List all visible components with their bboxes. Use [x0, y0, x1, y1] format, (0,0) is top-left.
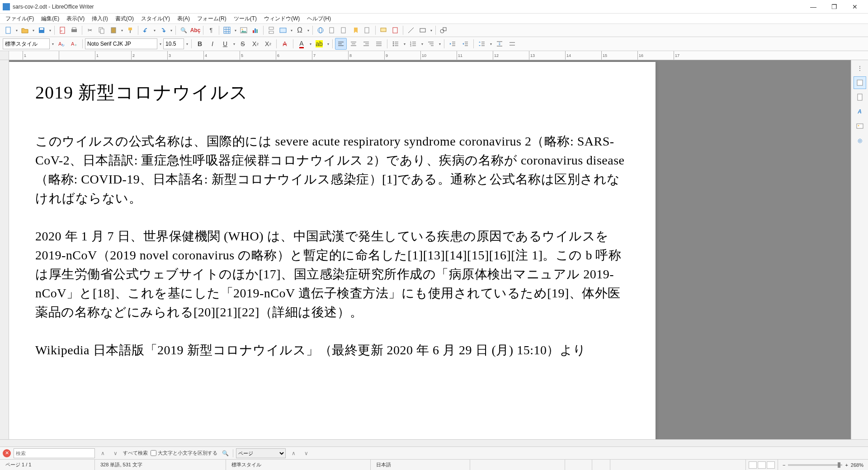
superscript-button[interactable]: X2: [250, 38, 261, 50]
horizontal-scrollbar[interactable]: [0, 439, 868, 446]
insert-table-icon[interactable]: [222, 25, 232, 36]
menu-form[interactable]: フォーム(R): [193, 14, 230, 24]
sidebar-navigator-icon[interactable]: ◎: [854, 134, 866, 147]
cut-icon[interactable]: ✂: [85, 25, 95, 36]
close-button[interactable]: ✕: [844, 0, 865, 14]
insert-footnote-icon[interactable]: [327, 25, 338, 36]
bullet-list-button[interactable]: [390, 38, 401, 50]
align-center-button[interactable]: [348, 38, 359, 50]
insert-line-icon[interactable]: [406, 25, 416, 36]
status-signature[interactable]: [592, 460, 610, 470]
spellcheck-icon[interactable]: Abç: [190, 25, 201, 36]
status-selection-mode[interactable]: [565, 460, 592, 470]
insert-comment-icon[interactable]: [378, 25, 389, 36]
align-right-button[interactable]: [360, 38, 372, 50]
copy-icon[interactable]: [96, 25, 107, 36]
insert-bookmark-icon[interactable]: [350, 25, 361, 36]
zoom-in-icon[interactable]: +: [845, 462, 848, 468]
print-icon[interactable]: [69, 25, 80, 36]
find-input[interactable]: [14, 448, 95, 458]
new-style-icon[interactable]: A+: [68, 38, 80, 50]
document-area[interactable]: 2019 新型コロナウイルス このウイルスの公式名称は、国際的には severe…: [9, 60, 851, 439]
sidebar-gallery-icon[interactable]: [854, 120, 866, 132]
outline-button[interactable]: [425, 38, 437, 50]
redo-icon[interactable]: [157, 25, 168, 36]
menu-tools[interactable]: ツール(T): [230, 14, 260, 24]
find-replace-icon[interactable]: 🔍: [178, 25, 189, 36]
single-page-view-icon[interactable]: [749, 461, 757, 469]
status-page[interactable]: ページ 1 / 1: [0, 460, 95, 470]
font-name-combo[interactable]: [85, 38, 157, 49]
horizontal-ruler[interactable]: 11234567891011121314151617: [0, 51, 868, 60]
menu-window[interactable]: ウィンドウ(W): [260, 14, 303, 24]
zoom-value[interactable]: 268%: [851, 462, 863, 468]
insert-hyperlink-icon[interactable]: [315, 25, 326, 36]
save-icon[interactable]: [36, 25, 47, 36]
line-spacing-button[interactable]: [476, 38, 488, 50]
paste-icon[interactable]: [108, 25, 119, 36]
insert-endnote-icon[interactable]: [339, 25, 349, 36]
paragraph-style-combo[interactable]: [3, 38, 50, 49]
nav-prev-icon[interactable]: ∧: [288, 448, 298, 458]
zoom-out-icon[interactable]: −: [783, 462, 785, 468]
status-language[interactable]: 日本語: [371, 460, 470, 470]
strikethrough-button[interactable]: S: [237, 38, 249, 50]
open-icon[interactable]: [19, 25, 30, 36]
sidebar-properties-icon[interactable]: [854, 76, 866, 89]
find-options-icon[interactable]: 🔍: [220, 448, 230, 458]
nav-next-icon[interactable]: ∨: [301, 448, 311, 458]
decrease-para-spacing-button[interactable]: [506, 38, 518, 50]
multi-page-view-icon[interactable]: [758, 461, 766, 469]
font-color-button[interactable]: A: [296, 38, 307, 50]
export-pdf-icon[interactable]: P: [57, 25, 68, 36]
find-next-icon[interactable]: ∨: [110, 448, 120, 458]
find-prev-icon[interactable]: ∧: [98, 448, 108, 458]
match-case-checkbox[interactable]: 大文字と小文字を区別する: [151, 450, 217, 456]
insert-special-char-icon[interactable]: Ω: [294, 25, 305, 36]
status-page-style[interactable]: 標準スタイル: [226, 460, 371, 470]
minimize-button[interactable]: —: [803, 0, 824, 14]
highlight-button[interactable]: ab: [313, 38, 325, 50]
menu-edit[interactable]: 編集(E): [38, 14, 63, 24]
sidebar-settings-icon[interactable]: ⋮: [854, 62, 866, 75]
menu-view[interactable]: 表示(V): [63, 14, 88, 24]
align-justify-button[interactable]: [373, 38, 385, 50]
book-view-icon[interactable]: [767, 461, 775, 469]
clear-format-button[interactable]: A: [279, 38, 291, 50]
decrease-indent-button[interactable]: [459, 38, 471, 50]
find-all-button[interactable]: すべて検索: [123, 450, 148, 456]
increase-indent-button[interactable]: [447, 38, 458, 50]
menu-insert[interactable]: 挿入(I): [88, 14, 111, 24]
sidebar-page-icon[interactable]: [854, 91, 866, 103]
underline-button[interactable]: U: [219, 38, 231, 50]
font-size-combo[interactable]: [163, 38, 184, 49]
find-close-icon[interactable]: ✕: [3, 449, 11, 457]
increase-para-spacing-button[interactable]: [494, 38, 505, 50]
italic-button[interactable]: I: [207, 38, 218, 50]
number-list-button[interactable]: 123: [407, 38, 419, 50]
insert-field-icon[interactable]: [278, 25, 288, 36]
clone-format-icon[interactable]: [125, 25, 136, 36]
menu-file[interactable]: ファイル(F): [2, 14, 38, 24]
sidebar-styles-icon[interactable]: A: [854, 105, 866, 118]
maximize-button[interactable]: ❐: [824, 0, 844, 14]
track-changes-icon[interactable]: [390, 25, 401, 36]
navigate-by-select[interactable]: ページ: [236, 448, 286, 458]
insert-chart-icon[interactable]: [250, 25, 261, 36]
formatting-marks-icon[interactable]: ¶: [206, 25, 217, 36]
undo-icon[interactable]: [141, 25, 151, 36]
menu-table[interactable]: 表(A): [174, 14, 193, 24]
menu-format[interactable]: 書式(O): [112, 14, 137, 24]
insert-image-icon[interactable]: [238, 25, 249, 36]
menu-styles[interactable]: スタイル(Y): [137, 14, 174, 24]
menu-help[interactable]: ヘルプ(H): [303, 14, 335, 24]
update-style-icon[interactable]: A↻: [56, 38, 67, 50]
bold-button[interactable]: B: [194, 38, 206, 50]
subscript-button[interactable]: X2: [262, 38, 274, 50]
basic-shapes-icon[interactable]: [417, 25, 428, 36]
new-icon[interactable]: [3, 25, 14, 36]
vertical-ruler[interactable]: [0, 60, 9, 439]
show-draw-functions-icon[interactable]: [438, 25, 449, 36]
status-word-count[interactable]: 328 単語, 531 文字: [95, 460, 226, 470]
status-insert-mode[interactable]: [470, 460, 565, 470]
